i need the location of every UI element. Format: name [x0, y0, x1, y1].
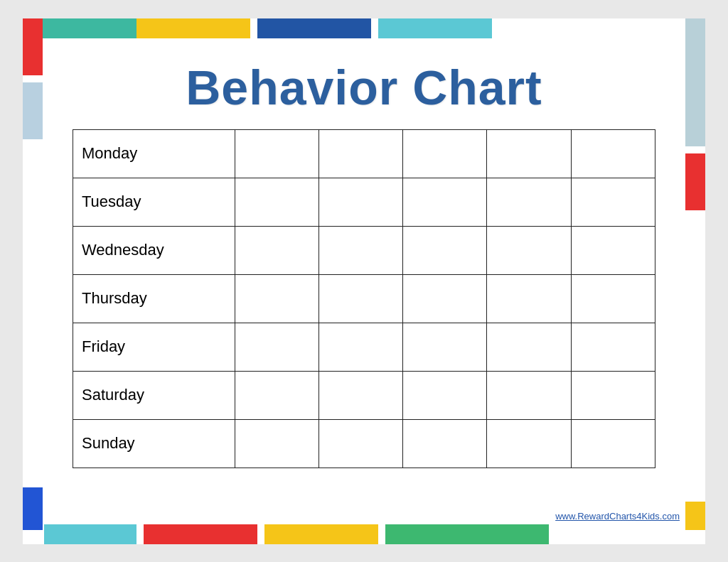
border-bottom	[23, 524, 705, 544]
day-label-friday: Friday	[73, 323, 235, 371]
cell	[487, 323, 571, 371]
cell	[403, 371, 487, 419]
cell	[487, 178, 571, 226]
cell	[571, 226, 655, 274]
day-label-thursday: Thursday	[73, 274, 235, 323]
cell	[235, 129, 318, 178]
cell	[487, 419, 571, 468]
cell	[235, 226, 318, 274]
table-row: Thursday	[73, 274, 655, 323]
cell	[235, 371, 318, 419]
cell	[318, 274, 402, 323]
table-row: Wednesday	[73, 226, 655, 274]
border-right	[685, 18, 705, 544]
cell	[571, 371, 655, 419]
cell	[318, 129, 402, 178]
day-label-saturday: Saturday	[73, 371, 235, 419]
day-label-wednesday: Wednesday	[73, 226, 235, 274]
cell	[571, 178, 655, 226]
cell	[403, 419, 487, 468]
cell	[487, 129, 571, 178]
main-content: Behavior Chart Monday Tuesday	[43, 38, 685, 524]
cell	[235, 323, 318, 371]
cell	[403, 274, 487, 323]
border-top	[23, 18, 705, 38]
cell	[487, 274, 571, 323]
cell	[318, 226, 402, 274]
day-label-sunday: Sunday	[73, 419, 235, 468]
day-label-tuesday: Tuesday	[73, 178, 235, 226]
website-link[interactable]: www.RewardCharts4Kids.com	[555, 511, 680, 522]
table-row: Sunday	[73, 419, 655, 468]
cell	[403, 129, 487, 178]
cell	[571, 274, 655, 323]
cell	[571, 323, 655, 371]
cell	[403, 323, 487, 371]
table-row: Saturday	[73, 371, 655, 419]
cell	[318, 323, 402, 371]
cell	[487, 371, 571, 419]
cell	[487, 226, 571, 274]
table-row: Friday	[73, 323, 655, 371]
table-row: Monday	[73, 129, 655, 178]
cell	[318, 419, 402, 468]
cell	[235, 419, 318, 468]
cell	[318, 371, 402, 419]
cell	[235, 274, 318, 323]
cell	[403, 226, 487, 274]
table-row: Tuesday	[73, 178, 655, 226]
cell	[403, 178, 487, 226]
behavior-table: Monday Tuesday Wednesday	[73, 129, 655, 468]
cell	[318, 178, 402, 226]
day-label-monday: Monday	[73, 129, 235, 178]
cell	[571, 129, 655, 178]
cell	[235, 178, 318, 226]
cell	[571, 419, 655, 468]
page: Behavior Chart Monday Tuesday	[23, 18, 705, 544]
border-left	[23, 18, 43, 544]
chart-title: Behavior Chart	[186, 60, 542, 115]
